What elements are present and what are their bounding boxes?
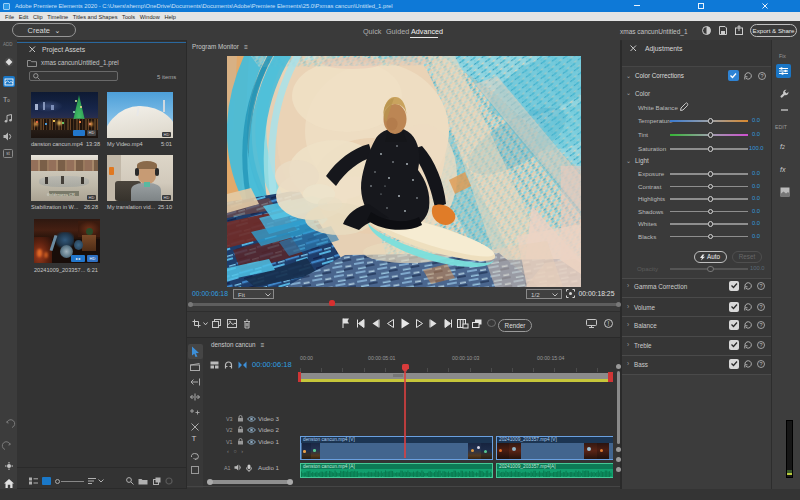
svg-text:?: ?	[759, 322, 762, 328]
svg-text:?: ?	[759, 283, 762, 289]
svg-text:?: ?	[759, 342, 762, 348]
svg-text:?: ?	[760, 73, 763, 79]
svg-text:?: ?	[759, 361, 762, 367]
svg-text:?: ?	[759, 304, 762, 310]
svg-text:!: !	[608, 320, 610, 327]
